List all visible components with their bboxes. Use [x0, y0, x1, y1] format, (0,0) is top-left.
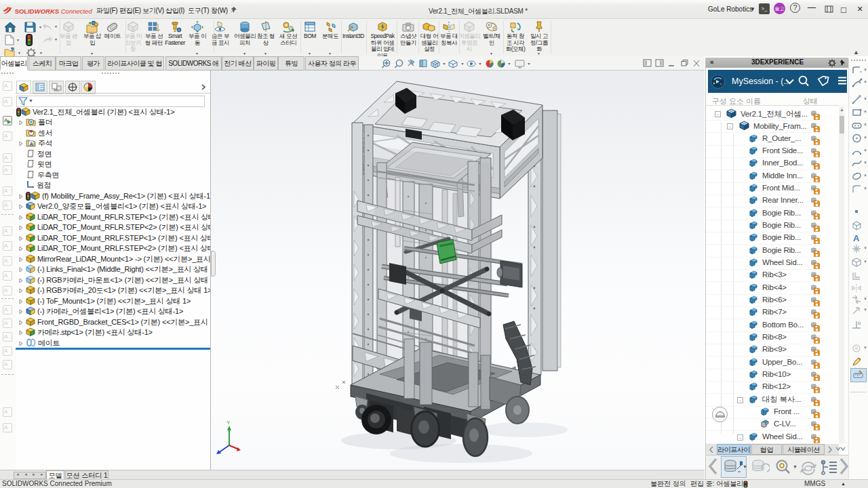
svg-text:A: A — [30, 141, 34, 147]
svg-text:Y: Y — [226, 420, 231, 426]
svg-text:A: A — [853, 233, 860, 243]
